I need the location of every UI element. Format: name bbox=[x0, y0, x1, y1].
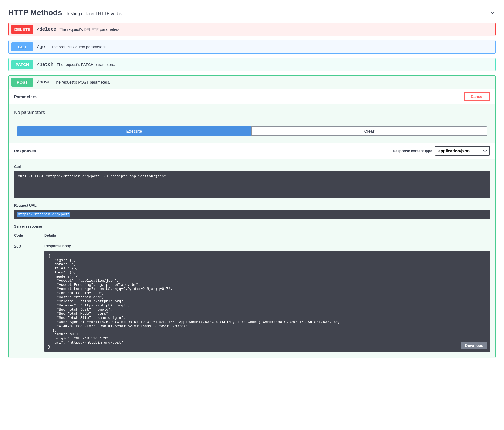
endpoint-desc-post: The request's POST parameters. bbox=[54, 80, 110, 84]
opblock-get: GET /get The request's query parameters. bbox=[8, 40, 496, 54]
method-badge-delete: DELETE bbox=[11, 25, 33, 34]
request-url-value: https://httpbin.org/post bbox=[17, 212, 70, 217]
execute-button[interactable]: Execute bbox=[17, 126, 251, 136]
parameters-header: Parameters Cancel bbox=[9, 89, 495, 104]
code-column-header: Code bbox=[14, 233, 44, 237]
opblock-summary-patch[interactable]: PATCH /patch The request's PATCH paramet… bbox=[9, 58, 495, 71]
response-table-header: Code Details bbox=[14, 231, 490, 240]
response-body-wrap: { "args": {}, "data": "", "files": {}, "… bbox=[44, 251, 490, 352]
endpoint-path-get: /get bbox=[37, 44, 48, 50]
response-body: { "args": {}, "data": "", "files": {}, "… bbox=[44, 251, 490, 352]
endpoint-path-patch: /patch bbox=[37, 62, 53, 67]
request-url-label: Request URL bbox=[14, 203, 490, 207]
method-badge-post: POST bbox=[11, 78, 33, 87]
collapse-toggle-icon[interactable] bbox=[489, 9, 496, 16]
no-parameters-text: No parameters bbox=[9, 104, 495, 126]
parameters-title: Parameters bbox=[14, 94, 37, 99]
content-type-select[interactable]: application/json bbox=[435, 146, 490, 156]
endpoint-desc-get: The request's query parameters. bbox=[51, 45, 107, 49]
method-badge-patch: PATCH bbox=[11, 60, 33, 69]
endpoint-desc-delete: The request's DELETE parameters. bbox=[59, 27, 120, 32]
response-details: Response body { "args": {}, "data": "", … bbox=[44, 244, 490, 352]
server-response-label: Server response bbox=[14, 224, 490, 228]
download-button[interactable]: Download bbox=[461, 342, 487, 349]
responses-title: Responses bbox=[14, 149, 36, 153]
section-header-left: HTTP Methods Testing different HTTP verb… bbox=[8, 8, 122, 17]
response-code: 200 bbox=[14, 244, 44, 352]
opblock-patch: PATCH /patch The request's PATCH paramet… bbox=[8, 58, 496, 71]
responses-inner: Curl curl -X POST "https://httpbin.org/p… bbox=[9, 159, 495, 358]
endpoint-path-post: /post bbox=[37, 80, 51, 85]
opblock-post: POST /post The request's POST parameters… bbox=[8, 75, 496, 358]
details-column-header: Details bbox=[44, 233, 56, 237]
response-body-label: Response body bbox=[44, 244, 490, 248]
clear-button[interactable]: Clear bbox=[251, 126, 487, 136]
opblock-summary-get[interactable]: GET /get The request's query parameters. bbox=[9, 40, 495, 53]
section-description: Testing different HTTP verbs bbox=[66, 11, 121, 16]
section-header[interactable]: HTTP Methods Testing different HTTP verb… bbox=[8, 6, 496, 23]
content-type-wrap: Response content type application/json bbox=[393, 146, 490, 156]
request-url-block: https://httpbin.org/post bbox=[14, 210, 490, 219]
endpoint-path-delete: /delete bbox=[37, 27, 56, 32]
cancel-button[interactable]: Cancel bbox=[464, 92, 490, 101]
method-badge-get: GET bbox=[11, 42, 33, 51]
section-title: HTTP Methods bbox=[8, 8, 62, 17]
opblock-summary-delete[interactable]: DELETE /delete The request's DELETE para… bbox=[9, 23, 495, 36]
execute-row: Execute Clear bbox=[9, 126, 495, 143]
response-row: 200 Response body { "args": {}, "data": … bbox=[14, 240, 490, 352]
endpoint-desc-patch: The request's PATCH parameters. bbox=[57, 62, 115, 67]
curl-label: Curl bbox=[14, 165, 490, 169]
content-type-select-wrap: application/json bbox=[435, 146, 490, 156]
opblock-body-post: Parameters Cancel No parameters Execute … bbox=[9, 89, 495, 358]
responses-header: Responses Response content type applicat… bbox=[9, 143, 495, 159]
opblock-summary-post[interactable]: POST /post The request's POST parameters… bbox=[9, 76, 495, 89]
curl-command: curl -X POST "https://httpbin.org/post" … bbox=[14, 171, 490, 198]
opblock-delete: DELETE /delete The request's DELETE para… bbox=[8, 23, 496, 36]
content-type-label: Response content type bbox=[393, 149, 432, 153]
